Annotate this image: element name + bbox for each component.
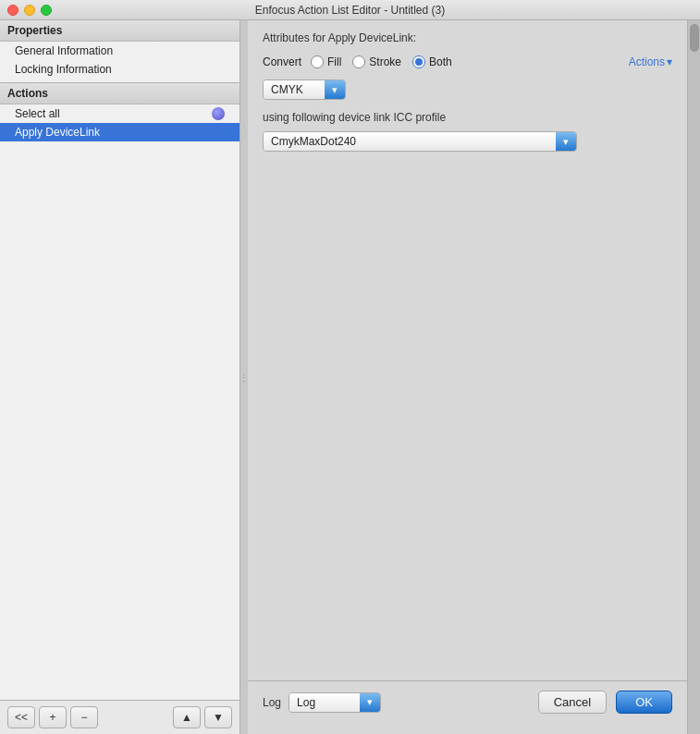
cancel-button[interactable]: Cancel (538, 691, 607, 714)
color-mode-select[interactable]: CMYK (263, 80, 346, 100)
maximize-button[interactable] (41, 5, 52, 16)
right-panel: Attributes for Apply DeviceLink: Convert… (248, 20, 687, 734)
close-button[interactable] (7, 5, 18, 16)
icc-profile-arrow-icon (556, 132, 576, 151)
radio-stroke-label: Stroke (369, 55, 401, 68)
actions-section: Actions Select all Apply DeviceLink << + (0, 83, 239, 734)
actions-header: Actions (0, 83, 239, 104)
panel-resizer[interactable]: ⋮ (240, 20, 248, 734)
icc-select-wrapper: CmykMaxDot240 (263, 131, 672, 152)
radio-both-label: Both (429, 55, 452, 68)
scroll-thumb[interactable] (690, 24, 699, 52)
convert-label: Convert (263, 55, 301, 68)
actions-link[interactable]: Actions ▾ (629, 55, 672, 68)
footer-buttons: Cancel OK (538, 691, 672, 714)
radio-both-circle[interactable] (412, 55, 425, 68)
move-up-button[interactable]: ▲ (173, 706, 201, 728)
color-mode-container: CMYK (263, 80, 672, 100)
radio-both[interactable]: Both (412, 55, 452, 68)
radio-fill-label: Fill (327, 55, 341, 68)
general-information-item[interactable]: General Information (0, 42, 239, 60)
properties-section: Properties General Information Locking I… (0, 20, 239, 83)
right-scrollbar[interactable] (687, 20, 700, 734)
radio-fill[interactable]: Fill (311, 55, 341, 68)
add-action-button[interactable]: + (39, 706, 67, 728)
spacer (263, 152, 672, 680)
apply-devicelink-item[interactable]: Apply DeviceLink (0, 123, 239, 141)
icc-profile-value: CmykMaxDot240 (264, 132, 556, 151)
panel-title: Attributes for Apply DeviceLink: (263, 31, 672, 44)
color-mode-value: CMYK (264, 80, 325, 99)
actions-list: Select all Apply DeviceLink (0, 104, 239, 700)
title-bar: Enfocus Action List Editor - Untitled (3… (0, 0, 700, 20)
bullet-icon (212, 107, 225, 120)
left-toolbar: << + − ▲ ▼ (0, 700, 239, 734)
main-container: Properties General Information Locking I… (0, 20, 700, 734)
minimize-button[interactable] (24, 5, 35, 16)
left-panel: Properties General Information Locking I… (0, 20, 240, 734)
radio-group: Fill Stroke Both (311, 55, 452, 68)
ok-button[interactable]: OK (616, 691, 672, 714)
nav-back-button[interactable]: << (7, 706, 35, 728)
radio-stroke-circle[interactable] (352, 55, 365, 68)
locking-information-item[interactable]: Locking Information (0, 60, 239, 79)
log-arrow-icon (360, 693, 380, 712)
log-value: Log (289, 693, 360, 712)
log-label: Log (263, 696, 281, 709)
nav-arrows: ▲ ▼ (173, 706, 232, 728)
log-bar: Log Log Cancel OK (248, 680, 687, 723)
icc-label: using following device link ICC profile (263, 111, 672, 124)
log-select[interactable]: Log (289, 692, 381, 713)
properties-header: Properties (0, 20, 239, 42)
convert-row: Convert Fill Stroke Both Actions ▾ (263, 55, 672, 68)
icc-profile-select[interactable]: CmykMaxDot240 (263, 131, 577, 152)
radio-stroke[interactable]: Stroke (352, 55, 401, 68)
select-all-item[interactable]: Select all (0, 104, 239, 123)
move-down-button[interactable]: ▼ (204, 706, 232, 728)
window-controls[interactable] (7, 5, 52, 16)
actions-chevron-icon: ▾ (667, 55, 672, 68)
remove-action-button[interactable]: − (70, 706, 98, 728)
radio-fill-circle[interactable] (311, 55, 324, 68)
color-mode-arrow-icon (325, 80, 345, 99)
window-title: Enfocus Action List Editor - Untitled (3… (255, 4, 445, 17)
